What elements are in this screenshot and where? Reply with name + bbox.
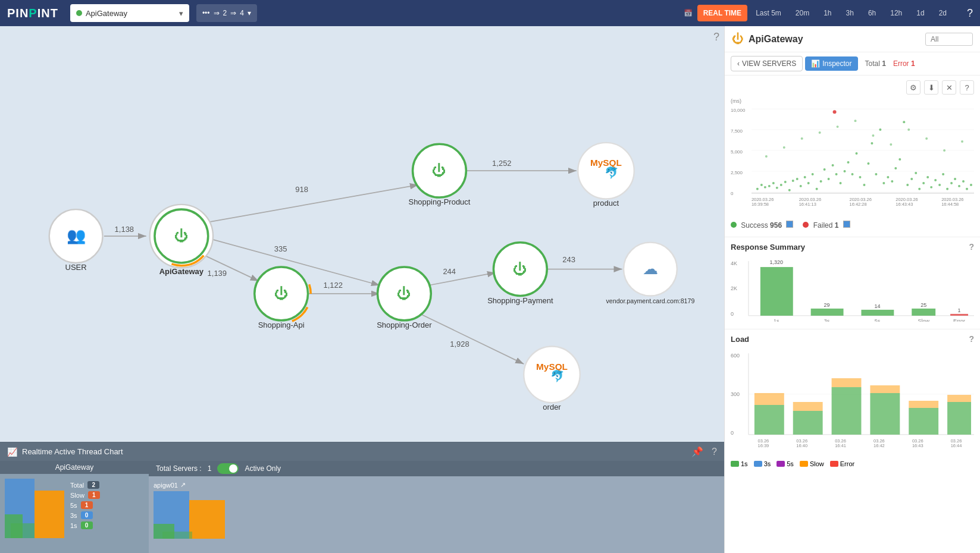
svg-text:10,000: 10,000 (731, 108, 746, 113)
svg-text:5,000: 5,000 (731, 149, 743, 155)
time-btn-12h[interactable]: 12h (884, 5, 908, 21)
response-section: Response Summary ? 4K 2K 0 1,320 1s 29 3… (725, 237, 980, 329)
svg-rect-4 (11, 523, 35, 538)
chevron-left-icon: ‹ (737, 59, 740, 68)
topology-map[interactable]: 1,138 918 1,139 335 1,252 1,122 244 (0, 26, 724, 442)
svg-point-44 (807, 182, 810, 184)
svg-rect-123 (793, 402, 823, 411)
inspector-app-title: ApiGateway (749, 34, 803, 45)
svg-text:4K: 4K (731, 260, 737, 266)
power-icon-sorder: ⏻ (397, 286, 411, 301)
svg-point-35 (772, 182, 775, 184)
inspector-button[interactable]: 📊 Inspector (805, 56, 857, 71)
thread-help-icon[interactable]: ? (712, 447, 717, 457)
total-label: Total (865, 59, 880, 68)
stat-5s-label: 5s (70, 502, 77, 509)
time-btn-5m[interactable]: Last 5m (750, 5, 787, 21)
svg-text:1s: 1s (774, 318, 779, 322)
svg-rect-124 (832, 387, 862, 435)
svg-text:16:43:43: 16:43:43 (896, 202, 913, 207)
inspector-tabs: ‹ VIEW SERVERS 📊 Inspector Total 1 Error… (725, 52, 980, 76)
time-btn-1h[interactable]: 1h (818, 5, 837, 21)
edge-label-sproduct-product: 1,252 (492, 159, 512, 168)
time-btn-2d[interactable]: 2d (933, 5, 953, 21)
svg-point-64 (887, 176, 889, 178)
svg-point-32 (760, 184, 763, 186)
svg-point-61 (875, 173, 877, 175)
help-icon[interactable]: ? (967, 7, 973, 19)
svg-point-89 (819, 131, 821, 134)
time-btn-realtime[interactable]: REAL TIME (697, 5, 747, 21)
node-sapi-label: Shopping-Api (258, 321, 305, 329)
active-only-toggle[interactable] (217, 463, 239, 474)
download-icon[interactable]: ⬇ (924, 80, 938, 95)
node-apigateway-label: ApiGateway (159, 267, 204, 276)
help-icon[interactable]: ? (960, 80, 974, 95)
load-title-text: Load (731, 335, 749, 344)
load-help-icon[interactable]: ? (969, 334, 974, 344)
legend-error: Error (830, 460, 854, 467)
load-section: Load ? 600 300 0 (725, 329, 980, 472)
view-servers-button[interactable]: ‹ VIEW SERVERS (731, 56, 803, 71)
svg-point-74 (926, 176, 929, 178)
svg-text:16:39: 16:39 (758, 443, 769, 448)
time-btn-3h[interactable]: 3h (840, 5, 860, 21)
svg-rect-130 (947, 402, 971, 435)
svg-rect-127 (870, 385, 900, 393)
success-checkbox[interactable] (786, 221, 793, 228)
topology-panel: 1,138 918 1,139 335 1,252 1,122 244 (0, 26, 724, 553)
topology-help-icon[interactable]: ? (713, 31, 719, 43)
stat-slow: Slow 1 (70, 491, 100, 499)
edge-label-user-api: 1,138 (115, 225, 134, 234)
svg-rect-126 (870, 393, 900, 435)
cloud-icon: ☁ (643, 260, 658, 278)
bar-error (950, 314, 968, 316)
node-order-label: order (543, 403, 561, 411)
thread-mini-chart (5, 479, 64, 538)
app-selector[interactable]: ApiGateway ▾ (70, 4, 189, 22)
node-spayment-label: Shopping-Payment (487, 296, 553, 305)
svg-text:Error: Error (953, 318, 965, 322)
app-header: PINPINT ApiGateway ▾ ••• ⇒ 2 ⇒ 4 ▾ 📅 REA… (0, 0, 980, 26)
response-help-icon[interactable]: ? (969, 242, 974, 252)
scatter-toolbar: ⚙ ⬇ ✕ ? (731, 80, 974, 95)
svg-point-38 (784, 181, 787, 183)
agent-out-count: 4 (240, 9, 244, 17)
pin-icon[interactable]: 📌 (691, 446, 703, 457)
inspector-search-input[interactable] (925, 33, 973, 46)
svg-point-84 (966, 188, 968, 190)
time-btn-6h[interactable]: 6h (862, 5, 882, 21)
failed-checkbox[interactable] (843, 221, 850, 228)
legend-failed: Failed 1 (803, 221, 850, 230)
app-selector-name: ApiGateway (86, 9, 127, 18)
external-link-icon[interactable]: ↗ (180, 481, 186, 489)
server-apigw01-name: apigw01 ↗ (154, 481, 225, 489)
load-section-title: Load ? (731, 334, 974, 344)
total-servers-bar: Total Servers : 1 Active Only (149, 461, 724, 476)
settings-icon[interactable]: ⚙ (906, 80, 920, 95)
chevron-down-icon: ▾ (179, 9, 183, 18)
legend-3s-color (754, 461, 762, 467)
svg-point-70 (910, 178, 913, 180)
node-vendor-label: vendor.payment.card.com:8179 (606, 297, 695, 304)
svg-point-72 (918, 188, 920, 190)
svg-point-94 (907, 128, 910, 131)
edge-sorder-order (415, 311, 524, 364)
agent-in-count: 2 (223, 9, 227, 17)
svg-rect-125 (832, 378, 862, 387)
power-icon-sproduct: ⏻ (432, 163, 446, 178)
svg-text:16:44: 16:44 (951, 443, 962, 448)
svg-point-68 (903, 121, 905, 123)
main-layout: 1,138 918 1,139 335 1,252 1,122 244 (0, 26, 980, 553)
svg-text:2,500: 2,500 (731, 170, 743, 175)
thread-chart-body: ApiGateway Total (0, 461, 724, 553)
stat-slow-label: Slow (70, 492, 84, 499)
time-btn-20m[interactable]: 20m (790, 5, 815, 21)
svg-text:2K: 2K (731, 285, 737, 291)
close-icon[interactable]: ✕ (942, 80, 956, 95)
time-btn-1d[interactable]: 1d (910, 5, 930, 21)
edge-label-sorder-spayment: 244 (443, 267, 456, 276)
success-count: 956 (770, 221, 782, 230)
bar-1s (760, 267, 793, 316)
svg-point-40 (792, 180, 794, 182)
